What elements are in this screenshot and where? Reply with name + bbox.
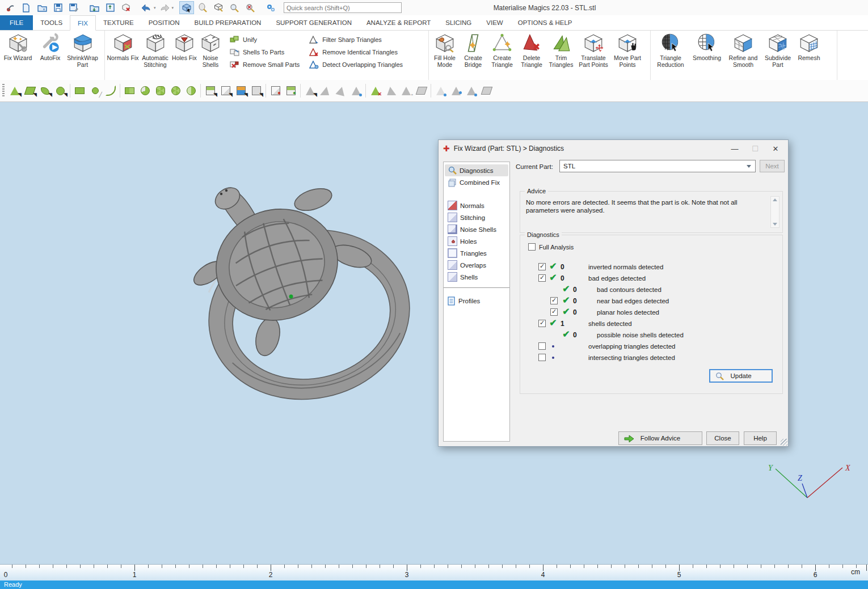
- next-button[interactable]: Next: [760, 160, 785, 172]
- pie-selection-icon[interactable]: [137, 83, 153, 99]
- delete-triangle-button[interactable]: Delete Triangle: [517, 31, 546, 68]
- sidebar-item-triangles[interactable]: Triangles: [445, 247, 508, 259]
- deselect-part-icon[interactable]: ◥: [218, 83, 233, 99]
- select-gray-part-icon[interactable]: ◥: [248, 83, 264, 99]
- triangle-blue-icon[interactable]: [348, 83, 364, 99]
- drag-handle[interactable]: [2, 84, 5, 98]
- redo-icon[interactable]: [157, 1, 172, 14]
- row-checkbox[interactable]: [538, 263, 546, 270]
- unify-button[interactable]: Unify: [230, 35, 300, 45]
- row-checkbox[interactable]: [538, 320, 546, 327]
- tab-tools[interactable]: TOOLS: [33, 15, 70, 31]
- create-bridge-button[interactable]: Create Bridge: [459, 31, 487, 68]
- tab-fix[interactable]: FIX: [70, 15, 96, 31]
- zoom-reset-icon[interactable]: [243, 1, 258, 14]
- zoom-part-icon[interactable]: [195, 1, 210, 14]
- rectangle-selection-icon[interactable]: [72, 83, 87, 99]
- tab-support-generation[interactable]: SUPPORT GENERATION: [268, 15, 359, 31]
- select-shell-icon[interactable]: ◥: [53, 83, 68, 99]
- automatic-stitching-button[interactable]: Automatic Stitching: [139, 31, 171, 68]
- tab-slicing[interactable]: SLICING: [438, 15, 479, 31]
- mark-part-red-icon[interactable]: ●: [268, 83, 283, 99]
- scroll-down-icon[interactable]: [773, 223, 777, 226]
- subdivide-part-button[interactable]: Subdivide Part: [761, 31, 794, 68]
- current-part-select[interactable]: STL: [559, 160, 756, 172]
- move-part-points-button[interactable]: Move Part Points: [611, 31, 644, 68]
- triangle-dot-3-icon[interactable]: [464, 83, 479, 99]
- mark-part-green-icon[interactable]: ●: [283, 83, 298, 99]
- detect-overlapping-triangles-button[interactable]: Detect Overlapping Triangles: [309, 60, 403, 70]
- sidebar-item-normals[interactable]: Normals: [445, 200, 508, 211]
- full-analysis-row[interactable]: Full Analysis: [528, 243, 574, 251]
- resize-grip[interactable]: [781, 439, 787, 446]
- triangle-dot-1-icon[interactable]: [433, 83, 448, 99]
- shells-to-parts-button[interactable]: Shells To Parts: [230, 47, 300, 57]
- zoom-box-icon[interactable]: [211, 1, 226, 14]
- triangle-gray-1-icon[interactable]: [383, 83, 398, 99]
- new-document-icon[interactable]: [19, 1, 33, 14]
- filter-sharp-triangles-button[interactable]: Filter Sharp Triangles: [309, 35, 403, 45]
- select-part-icon[interactable]: ◥: [203, 83, 218, 99]
- triangle-cursor-icon[interactable]: ◥: [302, 83, 318, 99]
- select-curved-surface-icon[interactable]: ◥: [37, 83, 53, 99]
- search-input[interactable]: [284, 2, 402, 13]
- smoothing-button[interactable]: Smoothing: [689, 31, 725, 61]
- triangle-gray-2-icon[interactable]: ▫: [398, 83, 414, 99]
- scroll-up-icon[interactable]: [773, 198, 777, 201]
- help-button[interactable]: Help: [744, 431, 777, 445]
- remesh-button[interactable]: Remesh: [794, 31, 824, 61]
- triangle-gray-3-icon[interactable]: [414, 83, 429, 99]
- remove-identical-triangles-button[interactable]: Remove Identical Triangles: [309, 47, 403, 57]
- save-icon[interactable]: [50, 1, 65, 14]
- sidebar-item-combined-fix[interactable]: Combined Fix: [445, 176, 508, 188]
- triangle-flip-icon[interactable]: [333, 83, 348, 99]
- tab-options-help[interactable]: OPTIONS & HELP: [511, 15, 580, 31]
- tab-texture[interactable]: TEXTURE: [96, 15, 141, 31]
- fan-selection-icon[interactable]: [183, 83, 199, 99]
- delete-marked-triangles-icon[interactable]: ✕: [368, 83, 383, 99]
- dialog-minimize-button[interactable]: —: [724, 145, 745, 153]
- remove-small-parts-button[interactable]: Remove Small Parts: [230, 60, 300, 70]
- fit-view-icon[interactable]: [179, 1, 194, 14]
- save-as-icon[interactable]: [66, 1, 81, 14]
- follow-advice-button[interactable]: Follow Advice: [618, 431, 702, 445]
- undo-icon[interactable]: [139, 1, 154, 14]
- tab-file[interactable]: FILE: [0, 15, 33, 31]
- fill-hole-mode-button[interactable]: Fill Hole Mode: [431, 31, 459, 68]
- full-analysis-checkbox[interactable]: [528, 243, 536, 251]
- redo-dropdown-icon[interactable]: ▾: [172, 6, 174, 10]
- sidebar-item-stitching[interactable]: Stitching: [445, 211, 508, 223]
- close-button[interactable]: Close: [706, 431, 739, 445]
- row-checkbox[interactable]: [550, 297, 558, 304]
- row-checkbox[interactable]: [550, 308, 558, 316]
- sidebar-item-overlaps[interactable]: Overlaps: [445, 259, 508, 271]
- select-colored-parts-icon[interactable]: ◥: [233, 83, 248, 99]
- zoom-in-icon[interactable]: [227, 1, 242, 14]
- noise-shells-button[interactable]: Noise Shells: [197, 31, 224, 68]
- create-triangle-button[interactable]: Create Triangle: [487, 31, 517, 68]
- remove-part-icon[interactable]: [119, 1, 133, 14]
- open-folder-icon[interactable]: [35, 1, 49, 14]
- import-part-icon[interactable]: [87, 1, 102, 14]
- dialog-close-icon-button[interactable]: ✕: [765, 145, 786, 153]
- sidebar-item-shells[interactable]: Shells: [445, 271, 508, 283]
- select-triangles-icon[interactable]: ◥: [7, 83, 22, 99]
- sidebar-item-noise-shells[interactable]: Noise Shells: [445, 223, 508, 235]
- triangle-reduction-button[interactable]: Triangle Reduction: [652, 31, 689, 68]
- triangle-bend-icon[interactable]: [318, 83, 333, 99]
- translate-part-points-button[interactable]: Translate Part Points: [576, 31, 611, 68]
- select-plane-icon[interactable]: ◥: [22, 83, 37, 99]
- tab-position[interactable]: POSITION: [141, 15, 187, 31]
- sidebar-item-diagnostics[interactable]: Diagnostics: [445, 164, 508, 176]
- polyline-selection-icon[interactable]: [103, 83, 118, 99]
- clover-selection-icon[interactable]: [153, 83, 168, 99]
- brush-selection-icon[interactable]: ╱: [87, 83, 103, 99]
- tab-view[interactable]: VIEW: [479, 15, 510, 31]
- undo-dropdown-icon[interactable]: ▾: [154, 6, 156, 10]
- update-button[interactable]: Update: [709, 369, 773, 383]
- autofix-button[interactable]: AutoFix: [34, 31, 66, 61]
- tab-build-preparation[interactable]: BUILD PREPARATION: [187, 15, 269, 31]
- wheel-selection-icon[interactable]: [168, 83, 183, 99]
- row-checkbox[interactable]: [538, 354, 546, 361]
- shrinkwrap-part-button[interactable]: ShrinkWrap Part: [66, 31, 99, 68]
